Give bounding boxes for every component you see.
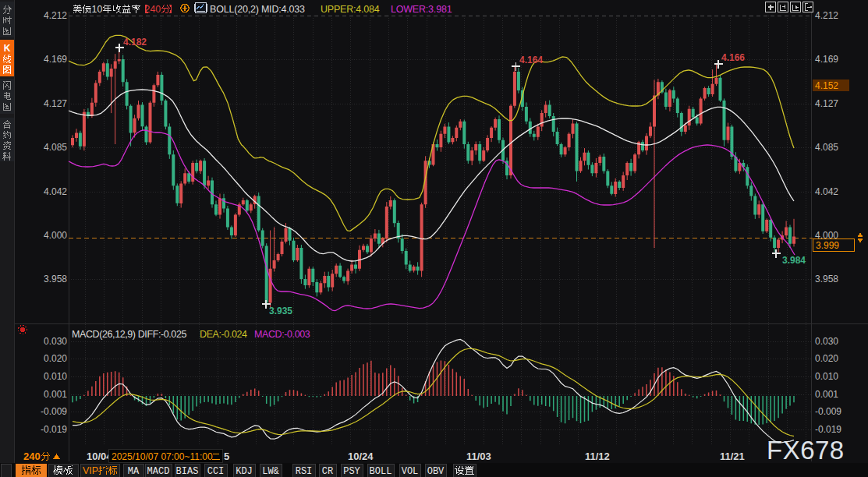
svg-text:0.010: 0.010 <box>44 371 67 382</box>
svg-text:4.169: 4.169 <box>815 54 838 65</box>
svg-text:4.085: 4.085 <box>815 142 838 153</box>
svg-text:0.030: 0.030 <box>815 336 838 347</box>
svg-text:UPPER:4.084: UPPER:4.084 <box>321 4 380 15</box>
svg-text:240: 240 <box>145 4 161 15</box>
svg-text:4.212: 4.212 <box>815 10 838 21</box>
svg-text:4.164: 4.164 <box>519 55 543 65</box>
svg-text:11/12: 11/12 <box>585 450 610 462</box>
svg-text:11/03: 11/03 <box>466 450 491 462</box>
svg-text:-0.009: -0.009 <box>41 406 67 417</box>
svg-text:0.001: 0.001 <box>44 389 67 400</box>
svg-text:CR: CR <box>322 466 333 477</box>
svg-text:0.020: 0.020 <box>44 353 67 364</box>
svg-text:3.958: 3.958 <box>815 274 838 284</box>
svg-text:11/21: 11/21 <box>720 450 745 462</box>
svg-text:3.984: 3.984 <box>782 255 806 266</box>
svg-text:0.010: 0.010 <box>815 371 838 382</box>
svg-text:VOL: VOL <box>402 466 419 477</box>
svg-text:4.000: 4.000 <box>44 230 67 241</box>
svg-text:MA: MA <box>128 466 140 477</box>
svg-text:DEA:-0.024: DEA:-0.024 <box>200 329 247 340</box>
svg-text:0.020: 0.020 <box>815 353 838 364</box>
svg-text:BOLL: BOLL <box>370 466 392 477</box>
svg-text:3.999: 3.999 <box>816 240 839 251</box>
svg-text:0.001: 0.001 <box>815 389 838 400</box>
svg-text:-0.019: -0.019 <box>815 424 841 435</box>
svg-text:OBV: OBV <box>427 466 445 477</box>
svg-text:-0.009: -0.009 <box>815 406 841 417</box>
svg-text:VIP: VIP <box>83 465 98 476</box>
svg-text:4.042: 4.042 <box>44 186 67 197</box>
svg-text:0.030: 0.030 <box>44 336 67 347</box>
svg-text:240: 240 <box>23 450 41 462</box>
svg-text:BIAS: BIAS <box>176 466 199 477</box>
svg-text:4.182: 4.182 <box>123 37 147 48</box>
svg-text:BOLL(20,2) MID:4.033: BOLL(20,2) MID:4.033 <box>210 4 305 15</box>
svg-text:4.166: 4.166 <box>721 52 745 63</box>
svg-text:4.169: 4.169 <box>44 54 67 65</box>
svg-text:10: 10 <box>92 4 103 15</box>
svg-text:10/24: 10/24 <box>348 450 374 462</box>
svg-text:5: 5 <box>224 450 229 462</box>
svg-text:LW&: LW& <box>262 466 279 477</box>
svg-text:MACD: MACD <box>147 466 170 477</box>
svg-text:2025/10/07 07:00~11:00: 2025/10/07 07:00~11:00 <box>112 451 213 462</box>
svg-text:4.152: 4.152 <box>815 80 838 91</box>
svg-text:RSI: RSI <box>296 466 313 477</box>
svg-text:LOWER:3.981: LOWER:3.981 <box>391 4 452 15</box>
svg-text:4.212: 4.212 <box>44 10 67 21</box>
svg-text:PSY: PSY <box>343 466 360 477</box>
svg-text:4.127: 4.127 <box>44 98 67 109</box>
svg-text:-0.019: -0.019 <box>41 424 67 435</box>
svg-text:4.042: 4.042 <box>815 186 838 197</box>
svg-text:3.935: 3.935 <box>269 306 292 316</box>
svg-text:4.085: 4.085 <box>44 142 67 153</box>
svg-text:4.127: 4.127 <box>815 98 838 109</box>
svg-text:MACD:-0.003: MACD:-0.003 <box>254 329 310 340</box>
svg-text:KDJ: KDJ <box>236 466 253 477</box>
svg-text:K: K <box>4 43 11 54</box>
svg-text:CCI: CCI <box>207 466 225 477</box>
svg-text:FX678: FX678 <box>767 436 845 465</box>
svg-text:MACD(26,12,9) DIFF:-0.025: MACD(26,12,9) DIFF:-0.025 <box>72 329 186 340</box>
svg-text:3.958: 3.958 <box>44 274 67 284</box>
